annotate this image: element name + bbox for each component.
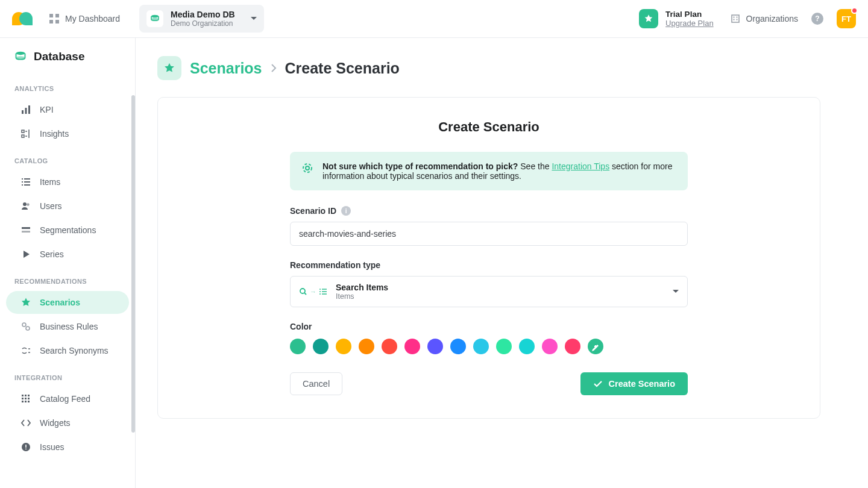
notification-dot (851, 7, 858, 14)
svg-rect-34 (25, 445, 27, 448)
recommendation-type-label: Recommendation type (290, 260, 688, 270)
rules-icon (20, 321, 31, 332)
sidebar-item-kpi[interactable]: KPI (6, 98, 129, 121)
color-swatch[interactable] (565, 339, 580, 354)
svg-rect-25 (25, 395, 27, 396)
svg-point-18 (23, 202, 27, 206)
sidebar-item-label: KPI (40, 105, 54, 114)
color-swatch[interactable] (313, 339, 329, 354)
my-dashboard-link[interactable]: My Dashboard (49, 14, 120, 23)
sidebar-item-business-rules[interactable]: Business Rules (6, 315, 129, 338)
integration-tips-link[interactable]: Integration Tips (552, 161, 609, 171)
color-swatch[interactable] (382, 339, 397, 354)
color-swatch[interactable] (336, 339, 351, 354)
svg-rect-14 (25, 108, 27, 114)
caret-down-icon (251, 17, 257, 20)
svg-rect-15 (28, 105, 30, 114)
color-swatch[interactable] (450, 339, 466, 354)
sidebar-item-search-synonyms[interactable]: Search Synonyms (6, 339, 129, 362)
scrollbar[interactable] (131, 95, 135, 433)
sidebar-item-scenarios[interactable]: Scenarios (6, 291, 129, 314)
star-icon (20, 297, 31, 308)
cancel-button[interactable]: Cancel (290, 372, 342, 395)
color-swatches (290, 339, 688, 354)
scenario-id-input[interactable] (290, 222, 688, 246)
color-swatch[interactable] (542, 339, 558, 354)
user-avatar[interactable]: FT (837, 9, 856, 28)
sidebar-item-label: Segmentations (40, 225, 96, 235)
plan-info: Trial Plan Upgrade Plan (639, 9, 714, 28)
info-icon[interactable]: i (341, 206, 351, 216)
color-swatch[interactable] (519, 339, 535, 354)
create-scenario-button[interactable]: Create Scenario (580, 372, 688, 395)
svg-rect-8 (736, 17, 737, 18)
lifebuoy-icon (302, 163, 313, 174)
sidebar-item-label: Issues (40, 442, 64, 452)
sidebar-item-insights[interactable]: Insights (6, 122, 129, 145)
breadcrumb: Scenarios Create Scenario (157, 56, 846, 80)
breadcrumb-scenarios-link[interactable]: Scenarios (190, 60, 262, 77)
color-swatch[interactable] (290, 339, 306, 354)
organizations-link[interactable]: Organizations (731, 14, 798, 23)
svg-rect-35 (25, 449, 27, 450)
select-label: Search Items Items (336, 283, 388, 301)
alert-icon (20, 442, 31, 452)
sidebar-item-segmentations[interactable]: Segmentations (6, 219, 129, 242)
sidebar-item-users[interactable]: Users (6, 195, 129, 217)
color-swatch[interactable] (496, 339, 512, 354)
sidebar-item-catalog-feed[interactable]: Catalog Feed (6, 387, 129, 410)
svg-rect-16 (22, 130, 24, 133)
custom-color-swatch[interactable] (588, 339, 603, 354)
svg-point-5 (151, 18, 159, 21)
select-subtitle: Items (336, 292, 388, 301)
sidebar-item-label: Series (40, 249, 64, 259)
sidebar-group-analytics: ANALYTICS (0, 74, 135, 98)
pencil-icon (588, 339, 603, 354)
database-icon (146, 10, 163, 27)
users-icon (20, 201, 31, 211)
color-swatch[interactable] (473, 339, 489, 354)
svg-point-4 (151, 15, 159, 18)
grid-icon (49, 14, 59, 23)
database-icon (14, 51, 27, 63)
svg-rect-21 (22, 231, 30, 233)
check-icon (593, 379, 603, 389)
sidebar-item-label: Search Synonyms (40, 346, 108, 355)
svg-rect-28 (25, 398, 27, 399)
form-title: Create Scenario (194, 119, 784, 135)
chevron-right-icon (271, 63, 277, 73)
color-swatch[interactable] (404, 339, 420, 354)
svg-rect-7 (733, 17, 734, 18)
svg-rect-3 (55, 20, 59, 23)
bar-chart-icon (20, 104, 31, 115)
svg-rect-13 (22, 110, 24, 114)
upgrade-plan-link[interactable]: Upgrade Plan (665, 19, 714, 28)
color-swatch[interactable] (359, 339, 374, 354)
svg-rect-1 (55, 14, 59, 17)
feed-icon (20, 393, 31, 404)
sidebar-item-items[interactable]: Items (6, 170, 129, 193)
svg-point-23 (26, 327, 30, 330)
recommendation-type-select[interactable]: → Search Items Items (290, 276, 688, 307)
sidebar-item-label: Users (40, 201, 62, 211)
color-swatch[interactable] (427, 339, 443, 354)
database-switcher[interactable]: Media Demo DB Demo Organization (139, 5, 264, 33)
star-icon (157, 56, 181, 80)
svg-rect-6 (732, 15, 739, 22)
sidebar-group-integration: INTEGRATION (0, 363, 135, 387)
sidebar-group-recommendations: RECOMMENDATIONS (0, 267, 135, 291)
sidebar-item-widgets[interactable]: Widgets (6, 411, 129, 434)
svg-rect-29 (28, 398, 30, 399)
form-card: Create Scenario Not sure which type of r… (157, 97, 820, 419)
help-icon[interactable]: ? (811, 13, 823, 25)
search-items-icon: → (299, 287, 327, 296)
sidebar-heading: Database (34, 50, 85, 63)
hint-text: Not sure which type of recommendation to… (322, 161, 676, 181)
svg-rect-24 (22, 395, 24, 396)
sidebar-item-issues[interactable]: Issues (6, 436, 129, 458)
sidebar-item-series[interactable]: Series (6, 243, 129, 266)
app-logo[interactable] (12, 12, 33, 25)
svg-rect-32 (28, 401, 30, 402)
svg-rect-31 (25, 401, 27, 402)
segmentation-icon (20, 225, 31, 236)
